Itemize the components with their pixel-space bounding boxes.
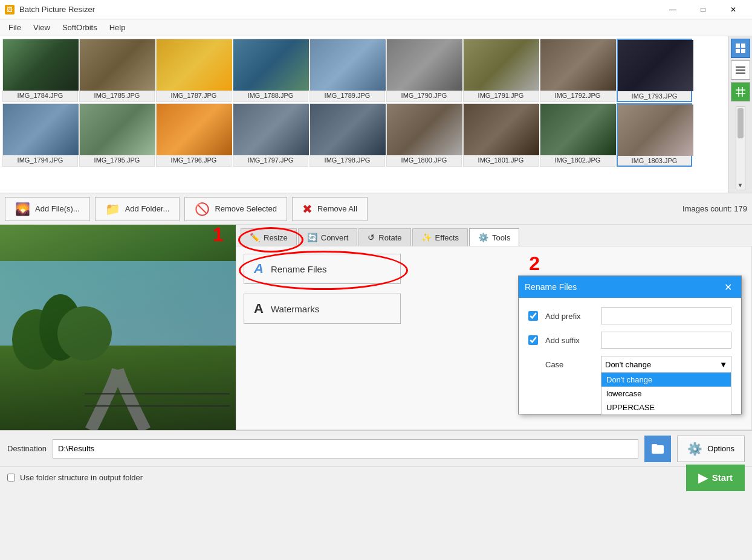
thumbnail-img	[464, 39, 539, 91]
tab-bar: 1 ✏️ Resize 🔄 Convert ↺ Rotate ✨ Effects…	[236, 225, 752, 246]
table-row[interactable]: IMG_1797.JPG	[233, 103, 308, 167]
case-option-dont-change[interactable]: Don't change	[601, 373, 731, 387]
table-row[interactable]: IMG_1785.JPG	[79, 39, 155, 102]
tab-rotate[interactable]: ↺ Rotate	[358, 228, 410, 246]
add-folder-icon: 📁	[105, 202, 120, 216]
list-view-button[interactable]	[731, 60, 750, 80]
rename-files-button[interactable]: A Rename Files	[244, 254, 401, 284]
grid-view-button[interactable]	[731, 82, 750, 101]
add-prefix-label: Add prefix	[545, 312, 594, 321]
destination-input[interactable]	[53, 439, 638, 459]
close-button[interactable]: ✕	[719, 0, 747, 19]
table-row[interactable]: IMG_1795.JPG	[79, 103, 155, 167]
table-row[interactable]: IMG_1784.JPG	[2, 39, 78, 102]
main-area: 1 ✏️ Resize 🔄 Convert ↺ Rotate ✨ Effects…	[0, 225, 752, 430]
options-label: Options	[707, 444, 734, 453]
rename-files-label: Rename Files	[271, 264, 327, 274]
thumbnail-label: IMG_1795.JPG	[80, 155, 154, 165]
table-row[interactable]: IMG_1793.JPG	[617, 39, 692, 102]
start-label: Start	[712, 472, 733, 483]
case-dropdown-wrapper[interactable]: Don't change ▼ Don't change lowercase UP…	[601, 356, 731, 373]
table-row[interactable]: IMG_1794.JPG	[2, 103, 78, 167]
add-prefix-row: Add prefix	[528, 307, 731, 324]
table-row[interactable]: IMG_1796.JPG	[156, 103, 232, 167]
table-row[interactable]: IMG_1789.JPG	[310, 39, 385, 102]
add-files-button[interactable]: 🌄 Add File(s)...	[5, 197, 90, 221]
remove-selected-button[interactable]: 🚫 Remove Selected	[184, 197, 287, 221]
menu-view[interactable]: View	[27, 21, 56, 34]
case-dropdown[interactable]: Don't change ▼	[601, 356, 731, 373]
browse-destination-button[interactable]	[644, 436, 671, 462]
dialog-close-button[interactable]: ✕	[721, 280, 735, 294]
folder-structure-checkbox[interactable]	[7, 474, 15, 481]
add-suffix-label: Add suffix	[545, 336, 594, 345]
thumbnail-img	[233, 104, 309, 155]
thumbnail-label: IMG_1792.JPG	[540, 91, 615, 100]
tab-effects[interactable]: ✨ Effects	[412, 228, 468, 246]
scroll-thumb[interactable]	[737, 108, 744, 138]
thumbnail-label: IMG_1788.JPG	[233, 91, 308, 100]
image-grid: IMG_1784.JPG IMG_1785.JPG IMG_1787.JPG I…	[2, 39, 750, 167]
add-folder-button[interactable]: 📁 Add Folder...	[95, 197, 180, 221]
thumbnail-img	[310, 39, 386, 91]
watermarks-button[interactable]: A Watermarks	[244, 294, 401, 324]
tab-tools[interactable]: ⚙️ Tools	[469, 228, 519, 246]
thumbnail-view-button[interactable]	[731, 39, 750, 58]
add-files-label: Add File(s)...	[35, 204, 80, 213]
maximize-button[interactable]: □	[689, 0, 717, 19]
image-scroll-area[interactable]: IMG_1784.JPG IMG_1785.JPG IMG_1787.JPG I…	[0, 36, 752, 193]
thumbnail-img	[618, 40, 693, 91]
tools-panel: 2 A Rename Files A Watermarks Rename Fil…	[236, 246, 752, 430]
case-option-lowercase[interactable]: lowercase	[601, 387, 731, 401]
svg-rect-5	[736, 69, 745, 71]
suffix-input[interactable]	[601, 332, 731, 349]
thumbnail-img	[540, 39, 616, 91]
options-button[interactable]: ⚙️ Options	[677, 436, 745, 462]
rotate-tab-icon: ↺	[368, 233, 375, 242]
start-button[interactable]: ▶ Start	[686, 465, 745, 491]
rename-dialog: Rename Files ✕ Add prefix Add suffix	[518, 275, 742, 414]
table-row[interactable]: IMG_1800.JPG	[386, 103, 462, 167]
case-selected-value: Don't change	[605, 360, 651, 369]
svg-rect-4	[736, 66, 745, 68]
table-row[interactable]: IMG_1790.JPG	[386, 39, 462, 102]
add-prefix-checkbox[interactable]	[528, 311, 538, 321]
tab-resize[interactable]: ✏️ Resize	[241, 228, 297, 246]
table-row[interactable]: IMG_1801.JPG	[463, 103, 539, 167]
case-option-uppercase[interactable]: UPPERCASE	[601, 401, 731, 414]
minimize-button[interactable]: —	[659, 0, 687, 19]
case-label: Case	[545, 360, 594, 369]
menu-file[interactable]: File	[2, 21, 27, 34]
thumbnail-img	[618, 105, 693, 156]
table-row[interactable]: IMG_1803.JPG	[617, 103, 692, 167]
add-suffix-row: Add suffix	[528, 332, 731, 349]
tab-convert[interactable]: 🔄 Convert	[298, 228, 358, 246]
resize-tab-icon: ✏️	[250, 233, 260, 242]
table-row[interactable]: IMG_1791.JPG	[463, 39, 539, 102]
table-row[interactable]: IMG_1787.JPG	[156, 39, 232, 102]
svg-rect-6	[736, 72, 745, 74]
preview-image	[0, 225, 236, 430]
dialog-body: Add prefix Add suffix Case	[519, 298, 741, 414]
remove-all-button[interactable]: ✖ Remove All	[292, 197, 368, 221]
table-row[interactable]: IMG_1788.JPG	[233, 39, 308, 102]
remove-selected-icon: 🚫	[195, 202, 210, 216]
menu-softorbits[interactable]: SoftOrbits	[56, 21, 103, 34]
scroll-down-arrow[interactable]: ▼	[736, 180, 745, 190]
menu-help[interactable]: Help	[103, 21, 132, 34]
thumbnail-label: IMG_1785.JPG	[80, 91, 154, 100]
watermarks-label: Watermarks	[271, 304, 319, 314]
prefix-input[interactable]	[601, 307, 731, 324]
bottom-bar: Destination ⚙️ Options	[0, 430, 752, 466]
table-row[interactable]: IMG_1798.JPG	[310, 103, 385, 167]
rename-files-icon: A	[254, 261, 264, 277]
add-folder-label: Add Folder...	[125, 204, 170, 213]
title-bar: 🖼 Batch Picture Resizer — □ ✕	[0, 0, 752, 19]
table-row[interactable]: IMG_1802.JPG	[540, 103, 615, 167]
content-pane: 1 ✏️ Resize 🔄 Convert ↺ Rotate ✨ Effects…	[236, 225, 752, 430]
add-suffix-checkbox[interactable]	[528, 335, 538, 345]
table-row[interactable]: IMG_1792.JPG	[540, 39, 615, 102]
thumbnail-label: IMG_1797.JPG	[233, 155, 308, 165]
action-bar: 🌄 Add File(s)... 📁 Add Folder... 🚫 Remov…	[0, 193, 752, 225]
scroll-track[interactable]: ▼	[736, 106, 745, 190]
